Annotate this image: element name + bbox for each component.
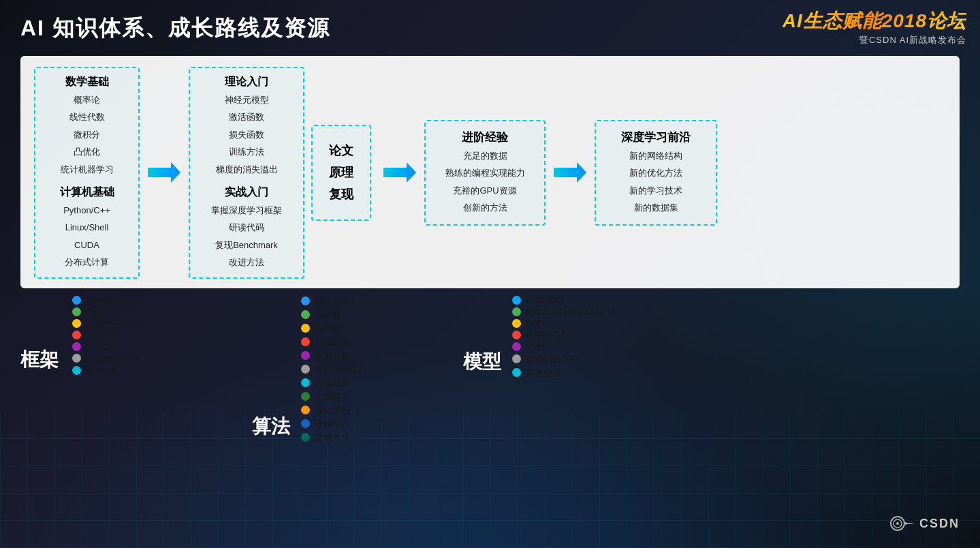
algo-dot-1 bbox=[301, 296, 310, 305]
fw-dot-2 bbox=[72, 307, 81, 316]
algo-item-2: 决策树 bbox=[301, 309, 368, 321]
fw-label-6: paddle paddle bbox=[86, 353, 142, 363]
algo-label-7: 异常检测 bbox=[315, 377, 350, 389]
algo-label-5: 聚类分析 bbox=[315, 350, 350, 362]
algo-dot-2 bbox=[301, 310, 310, 319]
logo-main: AI生态赋能2018论坛 bbox=[783, 8, 966, 34]
cs-item-3: CUDA bbox=[45, 237, 129, 253]
fw-label-2: Caffe bbox=[86, 307, 107, 317]
fw-dot-5 bbox=[72, 342, 81, 351]
fw-item-2: Caffe bbox=[72, 307, 142, 317]
svg-point-5 bbox=[896, 522, 899, 525]
algo-dot-4 bbox=[301, 337, 310, 346]
fw-dot-6 bbox=[72, 354, 81, 363]
algo-item-1: 线性分类 bbox=[301, 295, 368, 307]
deep-item-2: 新的优化方法 bbox=[605, 165, 706, 181]
math-item-5: 统计机器学习 bbox=[45, 162, 129, 177]
practice-item-1: 掌握深度学习框架 bbox=[200, 202, 294, 218]
model-dot-2 bbox=[512, 307, 521, 316]
top-logo: AI生态赋能2018论坛 暨CSDN AI新战略发布会 bbox=[783, 8, 966, 46]
algo-label-1: 线性分类 bbox=[315, 295, 350, 307]
model-label-2: RNN/LSTM/GRU/NTM bbox=[526, 307, 615, 317]
algo-label-6: 关联规则学习 bbox=[315, 363, 368, 376]
algo-item-7: 异常检测 bbox=[301, 377, 368, 389]
practice-item-2: 研读代码 bbox=[200, 219, 294, 235]
fw-dot-3 bbox=[72, 319, 81, 328]
flow-row: 数学基础 概率论 线性代数 微积分 凸优化 统计机器学习 计算机基础 Pytho… bbox=[34, 67, 946, 279]
model-item-6: 自编码机/VAE bbox=[512, 353, 615, 365]
theory-items: 神经元模型 激活函数 损失函数 训练方法 梯度的消失溢出 bbox=[200, 92, 294, 177]
algorithms-col: 算法 线性分类 决策树 贝叶斯 bbox=[252, 295, 429, 444]
svg-marker-2 bbox=[554, 162, 586, 183]
model-item-3: DRN bbox=[512, 318, 615, 329]
algo-label-9: 强化学习 bbox=[315, 404, 350, 416]
deep-item-4: 新的数据集 bbox=[605, 200, 706, 215]
fw-dot-1 bbox=[72, 296, 81, 305]
frameworks-items: TensorFlow Caffe Torch/PyTorch Theano bbox=[72, 295, 142, 377]
fw-label-3: Torch/PyTorch bbox=[86, 318, 142, 329]
arrow-1 bbox=[142, 159, 186, 185]
fw-label-5: MXNet bbox=[86, 341, 113, 352]
frameworks-title: 框架 bbox=[20, 347, 59, 373]
fw-label-1: TensorFlow bbox=[86, 295, 131, 305]
algo-dot-6 bbox=[301, 365, 310, 374]
algo-label-4: 分层聚类 bbox=[315, 336, 350, 348]
algo-label-3: 贝叶斯 bbox=[315, 322, 341, 335]
fw-label-7: Keras等 bbox=[86, 365, 118, 377]
math-cs-box: 数学基础 概率论 线性代数 微积分 凸优化 统计机器学习 计算机基础 Pytho… bbox=[34, 67, 140, 279]
algo-item-9: 强化学习 bbox=[301, 404, 368, 416]
model-label-5: SVM bbox=[526, 341, 545, 352]
fw-item-1: TensorFlow bbox=[72, 295, 142, 305]
practice-title: 实战入门 bbox=[200, 185, 294, 200]
arrow-2 bbox=[378, 159, 422, 185]
advanced-items: 充足的数据 熟练的编程实现能力 充裕的GPU资源 创新的方法 bbox=[435, 148, 535, 216]
theory-box: 理论入门 神经元模型 激活函数 损失函数 训练方法 梯度的消失溢出 实战入门 掌… bbox=[189, 67, 304, 279]
algo-item-8: 生成模型 bbox=[301, 391, 368, 403]
algo-dot-5 bbox=[301, 351, 310, 360]
cs-items: Python/C++ Linux/Shell CUDA 分布式计算 bbox=[45, 202, 129, 271]
algo-label-8: 生成模型 bbox=[315, 391, 350, 403]
algo-item-6: 关联规则学习 bbox=[301, 363, 368, 376]
theory-item-4: 训练方法 bbox=[200, 144, 294, 159]
diagram-panel: 数学基础 概率论 线性代数 微积分 凸优化 统计机器学习 计算机基础 Pytho… bbox=[20, 56, 960, 288]
model-label-1: CNN/IGN bbox=[526, 295, 563, 305]
theory-item-2: 激活函数 bbox=[200, 109, 294, 125]
svg-marker-1 bbox=[383, 162, 416, 183]
fw-dot-4 bbox=[72, 331, 81, 339]
practice-item-3: 复现Benchmark bbox=[200, 237, 294, 253]
cs-item-4: 分布式计算 bbox=[45, 254, 129, 270]
model-dot-7 bbox=[512, 368, 521, 377]
spacer-2 bbox=[429, 295, 463, 444]
fw-item-7: Keras等 bbox=[72, 365, 142, 377]
math-title: 数学基础 bbox=[45, 75, 129, 89]
algo-dot-7 bbox=[301, 378, 310, 387]
csdn-text-label: CSDN bbox=[919, 517, 960, 531]
theory-item-3: 损失函数 bbox=[200, 127, 294, 142]
svg-marker-0 bbox=[148, 162, 180, 183]
cs-item-1: Python/C++ bbox=[45, 202, 129, 218]
fw-item-4: Theano bbox=[72, 330, 142, 340]
arrow-3 bbox=[548, 159, 592, 185]
model-dot-5 bbox=[512, 342, 521, 351]
practice-items: 掌握深度学习框架 研读代码 复现Benchmark 改进方法 bbox=[200, 202, 294, 271]
model-label-4: GAN/wGAN bbox=[526, 330, 573, 340]
spacer-1 bbox=[211, 295, 252, 444]
model-item-4: GAN/wGAN bbox=[512, 330, 615, 340]
main-content: AI生态赋能2018论坛 暨CSDN AI新战略发布会 AI 知识体系、成长路线… bbox=[0, 0, 980, 548]
paper-spacer: 论文原理复现 bbox=[307, 67, 375, 279]
algo-item-3: 贝叶斯 bbox=[301, 322, 368, 335]
model-item-2: RNN/LSTM/GRU/NTM bbox=[512, 307, 615, 317]
math-item-4: 凸优化 bbox=[45, 144, 129, 159]
algo-item-4: 分层聚类 bbox=[301, 336, 368, 348]
practice-item-4: 改进方法 bbox=[200, 254, 294, 270]
model-dot-6 bbox=[512, 354, 521, 363]
math-items: 概率论 线性代数 微积分 凸优化 统计机器学习 bbox=[45, 92, 129, 177]
theory-title: 理论入门 bbox=[200, 75, 294, 89]
adv-item-2: 熟练的编程实现能力 bbox=[435, 165, 535, 181]
algo-dot-9 bbox=[301, 406, 310, 414]
arrow-svg-2 bbox=[382, 159, 417, 185]
advanced-title: 进阶经验 bbox=[435, 130, 535, 145]
model-items: CNN/IGN RNN/LSTM/GRU/NTM DRN GAN/wGAN bbox=[512, 295, 615, 379]
algo-item-5: 聚类分析 bbox=[301, 350, 368, 362]
deep-box: 深度学习前沿 新的网络结构 新的优化方法 新的学习技术 新的数据集 bbox=[595, 120, 717, 226]
